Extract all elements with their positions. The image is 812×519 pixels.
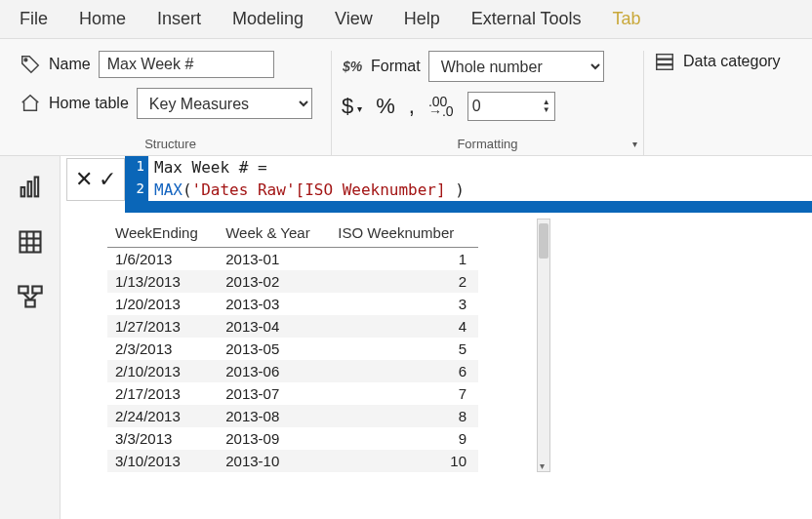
table-row[interactable]: 3/3/20132013-099 [107, 427, 478, 450]
cell-isoweek: 4 [330, 315, 478, 338]
formula-line-2[interactable]: MAX('Dates Raw'[ISO Weeknumber] ) [148, 179, 812, 201]
cell-weekyear: 2013-06 [218, 360, 330, 382]
cell-weekyear: 2013-09 [218, 427, 330, 450]
format-select[interactable]: Whole number [428, 51, 604, 82]
cell-isoweek: 1 [330, 248, 478, 271]
table-row[interactable]: 2/3/20132013-055 [107, 338, 478, 360]
cell-weekyear: 2013-07 [218, 382, 330, 405]
ribbon-content: Name Home table Key Measures Structure $… [0, 39, 812, 156]
model-view-icon[interactable] [17, 283, 44, 310]
cell-weekyear: 2013-08 [218, 405, 330, 427]
cell-weekyear: 2013-10 [218, 450, 330, 472]
table-row[interactable]: 1/6/20132013-011 [107, 248, 478, 271]
svg-rect-5 [27, 181, 31, 196]
table-row[interactable]: 2/17/20132013-077 [107, 382, 478, 405]
cell-weekending: 2/24/2013 [107, 405, 218, 427]
percent-format-icon: $% [342, 56, 363, 77]
decimal-value: 0 [472, 98, 481, 115]
cell-weekyear: 2013-04 [218, 315, 330, 338]
table-row[interactable]: 2/10/20132013-066 [107, 360, 478, 382]
spin-arrows[interactable]: ▲▼ [543, 99, 550, 114]
tag-icon [20, 54, 41, 75]
currency-button[interactable]: $ [342, 94, 353, 119]
cell-weekending: 3/3/2013 [107, 427, 218, 450]
cell-weekending: 2/17/2013 [107, 382, 218, 405]
tab-file[interactable]: File [20, 9, 48, 29]
name-input[interactable] [99, 51, 274, 78]
tab-modeling[interactable]: Modeling [232, 9, 304, 29]
table-row[interactable]: 3/10/20132013-1010 [107, 450, 478, 472]
formula-buttons: ✕ ✓ [66, 158, 125, 201]
col-isoweek[interactable]: ISO Weeknumber [330, 219, 478, 248]
cell-weekyear: 2013-05 [218, 338, 330, 360]
svg-rect-12 [19, 287, 27, 294]
scrollbar-thumb[interactable] [539, 223, 548, 259]
tab-home[interactable]: Home [79, 9, 126, 29]
formula-line-1[interactable]: Max Week # = [148, 156, 812, 179]
vertical-scrollbar[interactable] [537, 219, 550, 472]
cell-weekending: 3/10/2013 [107, 450, 218, 472]
hometable-select[interactable]: Key Measures [137, 88, 312, 119]
cancel-formula-icon[interactable]: ✕ [75, 167, 93, 192]
table-row[interactable]: 1/13/20132013-022 [107, 270, 478, 293]
result-table: WeekEnding Week & Year ISO Weeknumber 1/… [107, 219, 478, 472]
tab-view[interactable]: View [335, 9, 373, 29]
svg-rect-4 [20, 187, 24, 196]
home-icon [20, 93, 41, 114]
cell-isoweek: 3 [330, 293, 478, 315]
cell-weekending: 1/6/2013 [107, 248, 218, 271]
table-row[interactable]: 1/27/20132013-044 [107, 315, 478, 338]
line-number-2: 2 [125, 179, 148, 201]
svg-rect-14 [25, 300, 34, 307]
formatting-expand-icon[interactable]: ▾ [632, 139, 637, 149]
svg-rect-7 [20, 232, 40, 253]
svg-rect-13 [32, 287, 41, 294]
tab-active-partial[interactable]: Tab [613, 9, 641, 29]
formula-bar: ✕ ✓ 1 Max Week # = 2 MAX('Dates Raw'[ISO… [61, 156, 812, 213]
group-structure: Name Home table Key Measures Structure [10, 51, 332, 155]
svg-rect-1 [657, 55, 673, 60]
cell-isoweek: 7 [330, 382, 478, 405]
decimal-places-spin[interactable]: 0 ▲▼ [467, 92, 555, 121]
svg-rect-3 [657, 65, 673, 70]
ribbon-tabs: File Home Insert Modeling View Help Exte… [0, 0, 812, 39]
svg-point-0 [24, 59, 27, 61]
view-switcher [0, 156, 61, 519]
cell-isoweek: 9 [330, 427, 478, 450]
percent-button[interactable]: % [376, 94, 395, 119]
cell-isoweek: 8 [330, 405, 478, 427]
cell-weekyear: 2013-03 [218, 293, 330, 315]
svg-rect-2 [657, 60, 673, 64]
group-title-formatting: Formatting [332, 137, 643, 151]
data-category-icon [654, 51, 675, 72]
commit-formula-icon[interactable]: ✓ [99, 167, 116, 192]
currency-dropdown-icon[interactable]: ▾ [357, 103, 362, 114]
cell-isoweek: 5 [330, 338, 478, 360]
tab-external-tools[interactable]: External Tools [471, 9, 582, 29]
cell-isoweek: 10 [330, 450, 478, 472]
group-properties: Data category [644, 51, 802, 155]
line-number-1: 1 [125, 156, 148, 179]
col-weekyear[interactable]: Week & Year [218, 219, 330, 248]
table-row[interactable]: 1/20/20132013-033 [107, 293, 478, 315]
col-weekending[interactable]: WeekEnding [107, 219, 218, 248]
table-row[interactable]: 2/24/20132013-088 [107, 405, 478, 427]
cell-weekending: 1/13/2013 [107, 270, 218, 293]
group-title-structure: Structure [10, 137, 331, 151]
cell-weekending: 1/27/2013 [107, 315, 218, 338]
main-area: ✕ ✓ 1 Max Week # = 2 MAX('Dates Raw'[ISO… [0, 156, 812, 519]
data-view-icon[interactable] [17, 228, 44, 256]
result-table-wrap: WeekEnding Week & Year ISO Weeknumber 1/… [107, 219, 812, 472]
report-view-icon[interactable] [17, 174, 44, 201]
editor-area: ✕ ✓ 1 Max Week # = 2 MAX('Dates Raw'[ISO… [61, 156, 812, 519]
cell-weekyear: 2013-02 [218, 270, 330, 293]
formula-selection-bar [125, 201, 812, 213]
tab-help[interactable]: Help [404, 9, 440, 29]
format-label: Format [371, 58, 421, 75]
thousands-button[interactable]: , [409, 94, 415, 119]
decimal-icon[interactable]: .00→.0 [428, 97, 454, 116]
cell-weekending: 2/3/2013 [107, 338, 218, 360]
tab-insert[interactable]: Insert [157, 9, 201, 29]
cell-isoweek: 6 [330, 360, 478, 382]
svg-rect-6 [34, 178, 38, 197]
